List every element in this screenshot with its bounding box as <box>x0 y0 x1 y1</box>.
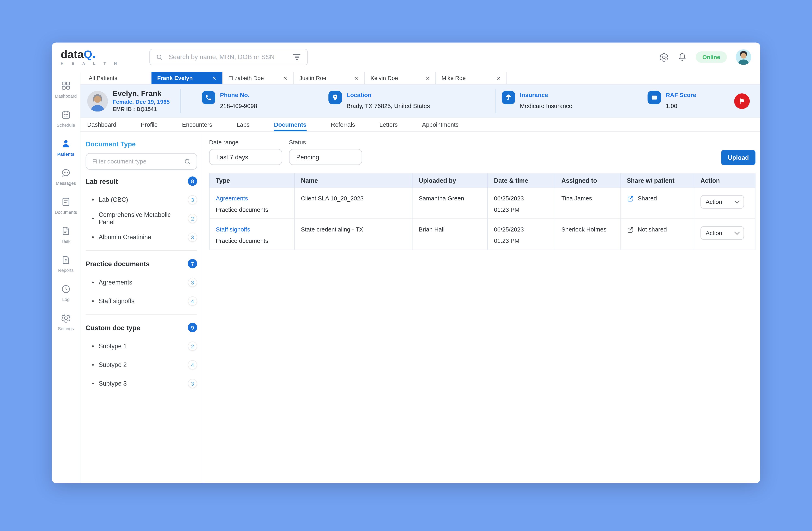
sidebar-item-documents[interactable]: Documents <box>52 197 80 215</box>
notifications-bell-icon[interactable] <box>678 53 687 62</box>
tab-mike-roe[interactable]: Mike Roe✕ <box>436 72 507 84</box>
doc-item-agreements[interactable]: •Agreements 3 <box>86 273 197 291</box>
table-row: Staff signoffs Practice documents State … <box>209 219 755 250</box>
doc-item-subtype-1[interactable]: •Subtype 1 2 <box>86 337 197 356</box>
share-icon[interactable] <box>627 226 634 233</box>
doc-item-label: Subtype 2 <box>99 361 127 369</box>
raf-score-label: RAF Score <box>666 91 696 98</box>
close-icon[interactable]: ✕ <box>496 75 501 81</box>
sidebar-item-dashboard[interactable]: Dashboard <box>52 81 80 99</box>
person-icon <box>61 139 71 149</box>
doc-group-lab-result[interactable]: Lab result 8 <box>86 172 197 190</box>
sidebar-label: Dashboard <box>55 94 76 99</box>
status-label: Status <box>289 139 362 145</box>
patient-demographics[interactable]: Female, Dec 19, 1965 <box>113 99 170 105</box>
tab-justin-roe[interactable]: Justin Roe✕ <box>294 72 365 84</box>
doc-item-lab-cbc[interactable]: •Lab (CBC) 3 <box>86 190 197 209</box>
doc-item-albumin-creatinine[interactable]: •Albumin Creatinine 3 <box>86 228 197 246</box>
tab-labs[interactable]: Labs <box>237 118 250 131</box>
sidebar-item-reports[interactable]: Reports <box>52 255 80 273</box>
sidebar-item-schedule[interactable]: Schedule <box>52 110 80 128</box>
tab-label: Kelvin Doe <box>371 75 398 81</box>
doc-item-subtype-3[interactable]: •Subtype 3 3 <box>86 374 197 393</box>
sidebar-item-settings[interactable]: Settings <box>52 313 80 331</box>
close-icon[interactable]: ✕ <box>284 75 288 81</box>
tab-elizabeth-doe[interactable]: Elizabeth Doe✕ <box>222 72 293 84</box>
tab-documents[interactable]: Documents <box>274 118 306 131</box>
tab-appointments[interactable]: Appointments <box>422 118 459 131</box>
sidebar-item-log[interactable]: Log <box>52 284 80 302</box>
doc-item-staff-signoffs[interactable]: •Staff signoffs 4 <box>86 291 197 310</box>
brand-name-q: Q <box>84 48 92 60</box>
date: 06/25/2023 <box>494 226 548 232</box>
doc-group-custom-doc-type[interactable]: Custom doc type 9 <box>86 318 197 337</box>
status-input[interactable] <box>295 153 356 161</box>
document-type-link[interactable]: Agreements <box>216 195 288 201</box>
panel-title: Document Type <box>86 140 197 148</box>
sidebar-label: Reports <box>58 268 74 273</box>
band-divider <box>495 89 496 113</box>
action-select-value: Action <box>706 230 722 236</box>
chat-bubble-icon <box>61 168 71 178</box>
column-header-date-time: Date & time <box>488 173 555 188</box>
dashboard-grid-icon <box>61 81 71 91</box>
location-group: Location Brady, TX 76825, United States <box>329 91 430 109</box>
doc-type-filter-input[interactable] <box>91 158 181 165</box>
insurance-value: Medicare Insurance <box>520 102 572 109</box>
tab-letters[interactable]: Letters <box>379 118 398 131</box>
count-badge: 2 <box>188 214 197 223</box>
count-badge: 9 <box>188 323 197 332</box>
bullet-icon: • <box>92 343 94 350</box>
settings-gear-icon[interactable] <box>659 52 669 62</box>
action-select[interactable]: Action <box>700 226 744 240</box>
close-icon[interactable]: ✕ <box>212 75 216 81</box>
close-icon[interactable]: ✕ <box>425 75 430 81</box>
document-type-link[interactable]: Staff signoffs <box>216 226 288 232</box>
doc-item-subtype-2[interactable]: •Subtype 2 4 <box>86 356 197 374</box>
tab-dashboard[interactable]: Dashboard <box>87 118 116 131</box>
main-shell: All Patients Frank Evelyn✕ Elizabeth Doe… <box>81 72 760 483</box>
sidebar-item-messages[interactable]: Messages <box>52 168 80 186</box>
count-badge: 4 <box>188 296 197 306</box>
sidebar-item-patients[interactable]: Patients <box>52 139 80 157</box>
tab-kelvin-doe[interactable]: Kelvin Doe✕ <box>365 72 436 84</box>
bullet-icon: • <box>92 380 94 387</box>
count-badge: 8 <box>188 176 197 186</box>
doc-group-label: Practice documents <box>86 260 150 268</box>
cell-uploaded-by: Brian Hall <box>412 219 488 250</box>
phone-label: Phone No. <box>220 91 257 98</box>
brand-dot <box>93 56 95 58</box>
cell-share: Not shared <box>621 219 694 250</box>
status-field: Status <box>289 139 362 165</box>
bullet-icon: • <box>92 196 94 203</box>
tab-label: All Patients <box>89 75 117 81</box>
date: 06/25/2023 <box>494 195 548 201</box>
tab-profile[interactable]: Profile <box>141 118 158 131</box>
doc-group-practice-documents[interactable]: Practice documents 7 <box>86 254 197 273</box>
close-icon[interactable]: ✕ <box>354 75 359 81</box>
chevron-down-icon <box>735 230 740 235</box>
user-avatar[interactable] <box>736 49 751 65</box>
action-select[interactable]: Action <box>700 195 744 209</box>
tab-frank-evelyn[interactable]: Frank Evelyn✕ <box>151 72 222 84</box>
time: 01:23 PM <box>494 238 548 244</box>
top-bar: dataQ H E A L T H Online <box>52 43 760 72</box>
phone-icon <box>202 91 215 104</box>
date-range-input[interactable] <box>215 153 276 161</box>
tab-all-patients[interactable]: All Patients <box>83 72 151 84</box>
flag-icon[interactable]: ⚑ <box>734 94 750 109</box>
upload-button[interactable]: Upload <box>721 150 756 165</box>
search-input[interactable] <box>168 53 288 61</box>
tab-label: Frank Evelyn <box>157 75 193 81</box>
sidebar-item-task[interactable]: Task <box>52 226 80 244</box>
patient-emr-id: EMR ID : DQ1541 <box>113 106 170 112</box>
doc-group-label: Custom doc type <box>86 324 141 331</box>
share-icon[interactable] <box>627 195 634 202</box>
doc-item-label: Lab (CBC) <box>99 196 128 203</box>
doc-item-comprehensive-metabolic-panel[interactable]: •Comprehensive Metabolic Panel 2 <box>86 209 197 228</box>
search-filter-icon[interactable] <box>292 53 302 61</box>
document-type-sub: Practice documents <box>216 206 288 213</box>
tab-referrals[interactable]: Referrals <box>331 118 355 131</box>
share-status: Shared <box>638 195 657 201</box>
tab-encounters[interactable]: Encounters <box>182 118 212 131</box>
